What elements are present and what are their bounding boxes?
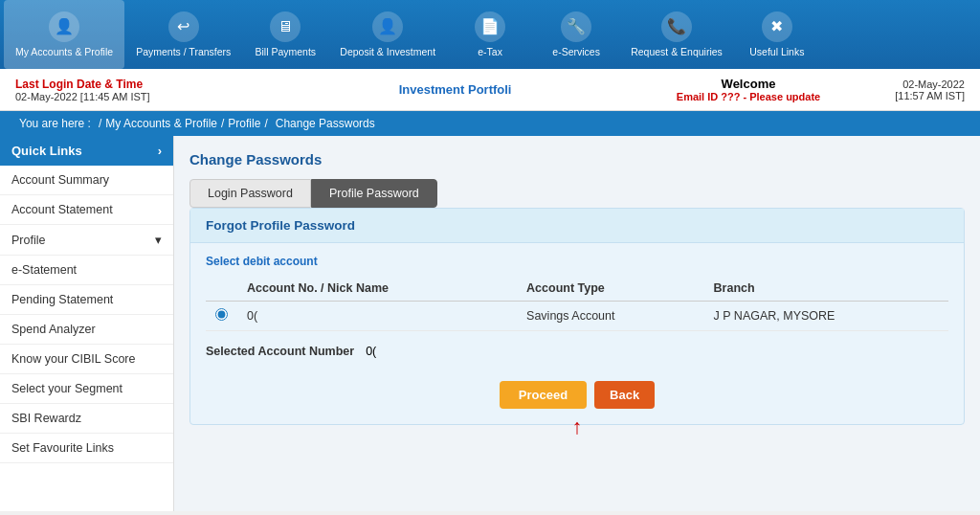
sidebar-item-profile[interactable]: Profile ▾ xyxy=(0,225,173,256)
last-login-date: 02-May-2022 [11:45 AM IST] xyxy=(15,91,308,102)
button-row: Proceed Back ↑ xyxy=(206,369,948,413)
nav-request[interactable]: 📞 Request & Enquiries xyxy=(619,0,734,69)
nav-useful[interactable]: ✖ Useful Links xyxy=(734,0,820,69)
selected-account-row: Selected Account Number 0( xyxy=(206,341,948,369)
chevron-right-icon: › xyxy=(158,144,162,158)
breadcrumb: You are here : / My Accounts & Profile /… xyxy=(0,111,980,136)
form-panel-title: Forgot Profile Password xyxy=(190,209,964,243)
last-login-title: Last Login Date & Time xyxy=(15,78,308,91)
nav-bill-payments[interactable]: 🖥 Bill Payments xyxy=(242,0,328,69)
breadcrumb-current: Change Passwords xyxy=(276,117,375,130)
useful-icon: ✖ xyxy=(762,11,792,42)
nav-request-label: Request & Enquiries xyxy=(631,46,723,58)
sidebar-header-label: Quick Links xyxy=(11,144,82,158)
col-radio xyxy=(206,276,237,302)
sidebar-item-spend-analyzer[interactable]: Spend Analyzer xyxy=(0,315,173,345)
section-label: Select debit account xyxy=(206,255,948,268)
sidebar: Quick Links › Account Summary Account St… xyxy=(0,136,174,511)
col-account-no: Account No. / Nick Name xyxy=(237,276,517,302)
branch-cell: J P NAGAR, MYSORE xyxy=(704,302,948,331)
account-radio[interactable] xyxy=(215,308,228,321)
sidebar-header: Quick Links › xyxy=(0,136,173,166)
selected-account-label: Selected Account Number xyxy=(206,345,354,358)
nav-deposit[interactable]: 👤 Deposit & Investment xyxy=(328,0,447,69)
nav-payments-label: Payments / Transfers xyxy=(136,46,231,58)
nav-deposit-label: Deposit & Investment xyxy=(340,46,435,58)
breadcrumb-profile[interactable]: Profile xyxy=(228,117,260,130)
sidebar-item-select-segment[interactable]: Select your Segment xyxy=(0,374,173,404)
tab-profile-password[interactable]: Profile Password xyxy=(311,179,437,208)
nav-eservices-label: e-Services xyxy=(552,46,600,58)
login-info: Last Login Date & Time 02-May-2022 [11:4… xyxy=(15,78,308,102)
nav-bill-payments-label: Bill Payments xyxy=(256,46,317,58)
sidebar-item-pending-statement[interactable]: Pending Statement xyxy=(0,285,173,315)
nav-useful-label: Useful Links xyxy=(749,46,804,58)
nav-eservices[interactable]: 🔧 e-Services xyxy=(533,0,619,69)
info-bar: Last Login Date & Time 02-May-2022 [11:4… xyxy=(0,69,980,111)
nav-etax[interactable]: 📄 e-Tax xyxy=(447,0,533,69)
sidebar-item-sbi-rewardz[interactable]: SBI Rewardz xyxy=(0,404,173,434)
my-accounts-icon: 👤 xyxy=(49,11,79,42)
account-radio-cell[interactable] xyxy=(206,302,237,331)
proceed-button[interactable]: Proceed xyxy=(500,381,587,409)
accounts-table: Account No. / Nick Name Account Type Bra… xyxy=(206,276,948,331)
chevron-down-icon: ▾ xyxy=(155,233,162,247)
page-title: Change Passwords xyxy=(189,151,965,168)
email-warning: Email ID ??? - Please update xyxy=(602,91,895,102)
request-icon: 📞 xyxy=(661,11,692,42)
sidebar-item-e-statement[interactable]: e-Statement xyxy=(0,256,173,285)
back-button[interactable]: Back xyxy=(594,381,655,409)
email-text: Email ID ??? - Please update xyxy=(677,91,820,102)
nav-etax-label: e-Tax xyxy=(478,46,502,58)
form-panel: Forgot Profile Password Select debit acc… xyxy=(189,208,965,425)
selected-account-value: 0( xyxy=(366,345,376,358)
col-branch: Branch xyxy=(704,276,948,302)
investment-portfolio-link[interactable]: Investment Portfoli xyxy=(308,82,601,97)
bill-payments-icon: 🖥 xyxy=(270,11,301,42)
sidebar-item-account-statement[interactable]: Account Statement xyxy=(0,195,173,225)
payments-icon: ↩ xyxy=(168,11,199,42)
current-date: 02-May-2022 [11:57 AM IST] xyxy=(895,78,965,101)
nav-my-accounts-label: My Accounts & Profile xyxy=(15,46,113,58)
nav-my-accounts[interactable]: 👤 My Accounts & Profile xyxy=(4,0,124,69)
account-type-cell: Savings Account xyxy=(517,302,703,331)
deposit-icon: 👤 xyxy=(372,11,403,42)
account-number-cell: 0( xyxy=(237,302,517,331)
content-area: Change Passwords Login Password Profile … xyxy=(174,136,980,511)
welcome-section: Welcome Email ID ??? - Please update xyxy=(602,77,895,102)
welcome-label: Welcome xyxy=(602,77,895,91)
main-layout: Quick Links › Account Summary Account St… xyxy=(0,136,980,511)
sidebar-item-favourite-links[interactable]: Set Favourite Links xyxy=(0,434,173,463)
col-account-type: Account Type xyxy=(517,276,703,302)
table-row: 0( Savings Account J P NAGAR, MYSORE xyxy=(206,302,948,331)
eservices-icon: 🔧 xyxy=(561,11,591,42)
tab-bar: Login Password Profile Password xyxy=(189,179,965,208)
form-panel-body: Select debit account Account No. / Nick … xyxy=(190,243,964,424)
sidebar-item-cibil[interactable]: Know your CIBIL Score xyxy=(0,345,173,374)
top-navigation: 👤 My Accounts & Profile ↩ Payments / Tra… xyxy=(0,0,980,69)
sidebar-item-account-summary[interactable]: Account Summary xyxy=(0,166,173,195)
breadcrumb-my-accounts[interactable]: My Accounts & Profile xyxy=(105,117,217,130)
nav-payments[interactable]: ↩ Payments / Transfers xyxy=(124,0,242,69)
breadcrumb-prefix: You are here : xyxy=(19,117,91,130)
etax-icon: 📄 xyxy=(475,11,505,42)
arrow-indicator: ↑ xyxy=(572,414,583,439)
tab-login-password[interactable]: Login Password xyxy=(189,179,311,208)
